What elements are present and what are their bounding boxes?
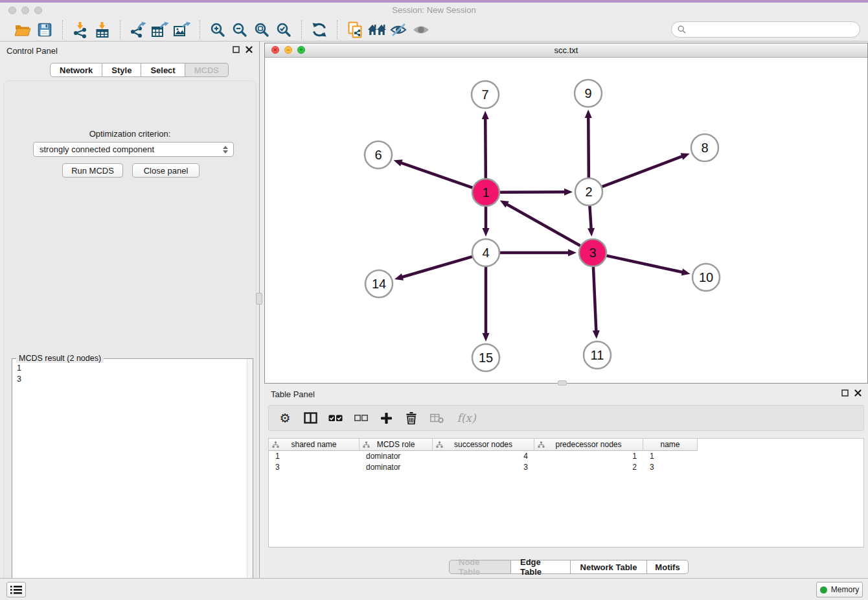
cell-name[interactable]: 1: [643, 451, 698, 462]
cell-successor-nodes[interactable]: 4: [433, 451, 534, 462]
cell-mcds-role[interactable]: dominator: [360, 451, 433, 462]
search-box[interactable]: [671, 21, 860, 38]
network-canvas[interactable]: 7968124314101511: [265, 58, 867, 383]
close-panel-button[interactable]: Close panel: [132, 163, 200, 178]
search-icon: [678, 25, 686, 34]
svg-text:3: 3: [589, 246, 596, 260]
panel-splitter-grip[interactable]: [256, 293, 262, 305]
delete-rows-button[interactable]: [404, 410, 419, 426]
table-options-button[interactable]: ⚙: [277, 410, 293, 426]
table-row[interactable]: 1 dominator 4 1 1: [269, 451, 863, 462]
column-header-name[interactable]: name: [643, 439, 698, 451]
select-all-checks-button[interactable]: [328, 410, 343, 426]
graph-node-11[interactable]: 11: [584, 341, 611, 369]
run-mcds-button[interactable]: Run MCDS: [62, 163, 123, 178]
cell-mcds-role[interactable]: dominator: [360, 462, 433, 473]
import-network-button[interactable]: [69, 20, 91, 40]
criterion-dropdown[interactable]: strongly connected component: [33, 142, 234, 157]
clear-all-checks-button[interactable]: [353, 410, 369, 426]
zoom-selected-button[interactable]: [273, 20, 295, 40]
mcds-result-item[interactable]: 1: [17, 363, 242, 374]
float-table-panel-icon[interactable]: [841, 389, 849, 397]
view-group: [337, 20, 439, 40]
graph-edge-3-1[interactable]: [505, 203, 580, 246]
column-header-successor-nodes[interactable]: successor nodes: [433, 439, 534, 451]
graph-edge-1-7[interactable]: [485, 117, 486, 178]
close-panel-icon[interactable]: [246, 46, 253, 53]
mcds-result-item[interactable]: 3: [17, 374, 242, 385]
export-image-icon: [173, 21, 191, 38]
mcds-result-list[interactable]: 1 3: [12, 361, 246, 600]
export-table-button[interactable]: [149, 20, 171, 40]
open-session-button[interactable]: [12, 20, 34, 40]
graph-node-7[interactable]: 7: [472, 81, 499, 108]
graph-edge-1-6[interactable]: [400, 163, 472, 188]
graph-node-1[interactable]: 1: [472, 179, 499, 206]
graph-edge-4-14[interactable]: [401, 257, 472, 277]
column-header-predecessor-nodes[interactable]: predecessor nodes: [534, 439, 643, 451]
tab-network[interactable]: Network: [50, 63, 102, 77]
graph-node-3[interactable]: 3: [579, 239, 606, 266]
cell-shared-name[interactable]: 1: [269, 451, 360, 462]
graph-node-10[interactable]: 10: [692, 264, 720, 291]
tab-mcds[interactable]: MCDS: [185, 63, 229, 77]
cell-predecessor-nodes[interactable]: 2: [534, 462, 643, 473]
refresh-button[interactable]: [308, 20, 330, 40]
graph-edge-2-8[interactable]: [602, 156, 684, 187]
duplicate-network-button[interactable]: [344, 20, 366, 40]
tab-network-table[interactable]: Network Table: [571, 560, 647, 574]
graph-node-8[interactable]: 8: [691, 134, 718, 161]
graph-edge-2-3[interactable]: [589, 206, 591, 230]
add-row-button[interactable]: [378, 410, 394, 426]
cell-predecessor-nodes[interactable]: 1: [534, 451, 643, 462]
memory-button[interactable]: Memory: [816, 582, 863, 597]
tab-style[interactable]: Style: [102, 63, 141, 77]
cell-shared-name[interactable]: 3: [269, 462, 360, 473]
graph-node-4[interactable]: 4: [472, 239, 499, 266]
show-columns-button[interactable]: [303, 410, 318, 426]
show-task-history-button[interactable]: [6, 582, 26, 597]
tab-select[interactable]: Select: [141, 63, 185, 77]
shared-column-icon: [363, 441, 370, 448]
export-network-button[interactable]: [127, 20, 149, 40]
import-table-button[interactable]: [91, 20, 113, 40]
search-input[interactable]: [690, 25, 860, 34]
unchecked-boxes-icon: [354, 415, 368, 421]
close-table-panel-icon[interactable]: [854, 389, 862, 397]
svg-text:7: 7: [481, 87, 488, 102]
graph-edge-3-11[interactable]: [593, 267, 596, 332]
hide-graphics-details-button[interactable]: [388, 20, 410, 40]
delete-table-button[interactable]: [429, 410, 444, 426]
cell-name[interactable]: 3: [643, 462, 698, 473]
graph-edge-arrowhead: [593, 330, 600, 339]
graph-edge-1-2[interactable]: [500, 192, 566, 192]
cell-successor-nodes[interactable]: 3: [433, 462, 534, 473]
zoom-fit-button[interactable]: [251, 20, 273, 40]
zoom-in-button[interactable]: [207, 20, 229, 40]
graph-node-14[interactable]: 14: [365, 270, 393, 297]
tab-node-table[interactable]: Node Table: [449, 560, 511, 574]
table-row[interactable]: 3 dominator 3 2 3: [269, 462, 863, 473]
tab-edge-table[interactable]: Edge Table: [511, 560, 571, 574]
graph-node-9[interactable]: 9: [575, 80, 602, 107]
save-session-button[interactable]: [34, 20, 56, 40]
network-view-window: × − + scc.txt 7968124314101511: [264, 43, 868, 384]
tab-motifs[interactable]: Motifs: [647, 560, 689, 574]
network-overview-button[interactable]: [366, 20, 388, 40]
column-header-shared-name[interactable]: shared name: [269, 439, 360, 451]
result-scrollbar[interactable]: [247, 359, 253, 600]
function-builder-button[interactable]: f(x): [454, 410, 479, 426]
graph-node-6[interactable]: 6: [365, 141, 392, 168]
export-image-button[interactable]: [171, 20, 193, 40]
column-header-mcds-role[interactable]: MCDS role: [360, 439, 433, 451]
graph-node-15[interactable]: 15: [472, 344, 499, 371]
network-window-titlebar[interactable]: × − + scc.txt: [265, 43, 867, 58]
graph-node-2[interactable]: 2: [575, 178, 602, 205]
graph-edge-2-9[interactable]: [588, 116, 589, 178]
zoom-out-button[interactable]: [229, 20, 251, 40]
show-graphics-details-button[interactable]: [410, 20, 432, 40]
table-splitter-grip[interactable]: [558, 380, 567, 386]
float-panel-icon[interactable]: [233, 46, 240, 53]
graph-edge-3-10[interactable]: [606, 256, 683, 273]
network-graph[interactable]: 7968124314101511: [265, 58, 867, 383]
